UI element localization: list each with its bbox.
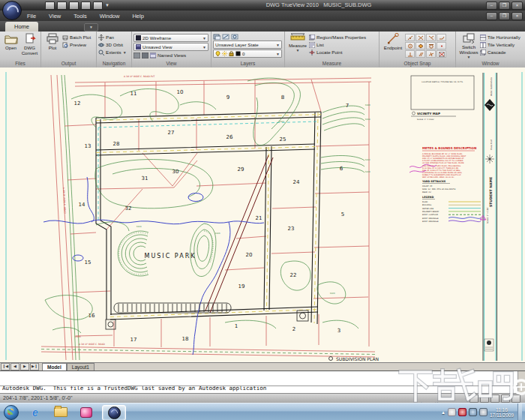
tray-expand-icon[interactable]: ▲ [441,410,446,415]
tab-next-icon[interactable]: ▶ [20,363,29,370]
tile-horizontally-button[interactable]: Tile Horizontally [480,34,520,40]
doc-close-button[interactable]: × [512,12,523,20]
qat-customize-caret-icon[interactable]: ▼ [105,3,110,8]
batch-plot-button[interactable]: Batch Plot [62,34,91,40]
osnap-center-icon[interactable] [405,42,415,50]
switch-windows-button[interactable]: Switch Windows ▼ [458,32,480,59]
layer-state-dropdown[interactable]: Unsaved Layer State ▼ [213,40,282,49]
endpoint-button[interactable]: Endpoint [381,32,405,50]
legend-label: WATER LINE [422,208,434,210]
drawing-canvas[interactable]: .blk{stroke:#1c1c1c;fill:none;stroke-wid… [0,68,525,362]
pan-button[interactable]: Pan [98,34,127,40]
qat-preview-icon[interactable] [81,2,91,10]
menu-help[interactable]: Help [132,13,143,20]
lot-number: 26 [226,134,233,140]
workspace-icon[interactable] [490,394,500,403]
osnap-clear-icon[interactable] [436,50,446,58]
ribbon-minimize-button[interactable]: ▼ [84,23,98,32]
osnap-apparent-intersection-icon[interactable] [426,34,436,41]
osnap-extension-icon[interactable] [436,34,446,41]
start-button[interactable] [4,405,19,420]
open-button[interactable]: Open [2,32,20,50]
taskbar-snip-button[interactable] [76,405,96,419]
layer-lock-icon[interactable] [231,34,238,40]
tray-volume-icon[interactable] [479,408,488,416]
preview-button[interactable]: Preview [62,41,91,48]
osnap-parallel-icon[interactable] [416,50,425,58]
osnap-intersection-icon[interactable] [416,34,425,41]
batch-plot-icon [62,34,68,40]
doc-minimize-button[interactable]: – [486,12,497,20]
cascade-button[interactable]: Cascade [480,49,520,56]
tile-vertically-button[interactable]: Tile Vertically [480,41,520,48]
osnap-tangent-icon[interactable] [426,42,436,50]
restore-button[interactable]: ❐ [499,2,510,10]
view-prev-icon[interactable] [134,52,140,58]
tray-network-icon[interactable] [469,408,477,416]
tab-prev-icon[interactable]: ◀ [10,363,20,370]
command-line-panel[interactable]: Autodesk DWG. This file is a TrustedDWG … [0,370,525,393]
tray-app-icon[interactable] [448,408,456,416]
annotation-scale-icon[interactable] [470,394,478,403]
named-views-button[interactable]: Named Views [150,52,186,58]
lot-number: 6 [340,166,344,172]
tab-home[interactable]: Home [5,22,38,32]
tab-last-icon[interactable]: ▶❙ [30,363,39,370]
menu-file[interactable]: File [27,13,36,20]
tab-layout1[interactable]: Layout1 [67,363,94,371]
close-button[interactable]: × [512,2,523,10]
lot-number: 20 [246,252,253,258]
application-menu-button[interactable] [2,1,22,20]
minimize-button[interactable]: – [486,2,497,10]
osnap-midpoint-icon[interactable] [405,34,415,41]
view-next-icon[interactable] [142,52,148,58]
tab-first-icon[interactable]: ❙◀ [1,363,10,370]
menu-tools[interactable]: Tools [74,13,87,20]
qat-plot-icon[interactable] [69,2,79,10]
osnap-perpendicular-icon[interactable] [405,50,415,58]
locate-point-icon [309,50,315,56]
extents-caret-icon[interactable]: ▼ [123,50,127,55]
annotation-visibility-icon[interactable] [480,394,489,403]
doc-restore-button[interactable]: ❐ [499,12,510,20]
plot-button[interactable]: Plot [43,32,62,50]
legend-label: EXIST. CONTOUR [422,214,438,216]
command-scrollbar[interactable] [518,371,525,393]
layer-state-caret-icon: ▼ [276,43,280,47]
show-desktop-button[interactable] [518,404,522,420]
layer-properties-icon[interactable] [213,34,220,40]
ribbon-group-view: 2D Wireframe ▼ Unsaved View ▼ Named View… [132,32,212,68]
toolbar-lock-icon[interactable] [501,394,510,403]
tab-model[interactable]: Model [42,363,67,371]
lock-icon[interactable] [229,51,234,56]
measure-button[interactable]: Measure ▼ [286,32,309,52]
setback-line: REAR: 20' [422,191,432,194]
region-mass-properties-button[interactable]: Region/Mass Properties [309,34,366,40]
visual-style-dropdown[interactable]: 2D Wireframe ▼ [134,34,208,42]
taskbar-ie-button[interactable]: e [26,405,45,419]
layer-color-swatch[interactable] [236,51,241,56]
tray-alert-icon[interactable] [458,408,466,416]
fullscreen-icon[interactable] [512,394,520,403]
layer-freeze-icon[interactable] [222,34,230,40]
sun-icon[interactable] [222,51,227,56]
view-state-dropdown[interactable]: Unsaved View ▼ [134,43,208,51]
tray-clock[interactable]: 11:16 17/11/2009 [490,407,514,418]
menu-view[interactable]: View [49,13,61,20]
dwg-convert-button[interactable]: DWG Convert [20,32,39,56]
qat-open-icon[interactable] [45,2,55,10]
taskbar-trueview-button[interactable] [102,405,126,420]
qat-undo-icon[interactable] [57,2,67,10]
extents-button[interactable]: Extents ▼ [98,49,127,56]
taskbar-explorer-button[interactable] [51,405,70,419]
layer-dropdown[interactable]: 0 ▼ [213,50,282,58]
list-button[interactable]: List [309,41,366,48]
osnap-nearest-icon[interactable] [426,50,436,58]
orbit-button[interactable]: 3D Orbit [98,41,127,48]
osnap-node-icon[interactable] [436,42,446,50]
locate-point-button[interactable]: Locate Point [309,49,366,56]
bulb-icon[interactable] [215,51,220,56]
menu-window[interactable]: Window [100,13,120,20]
osnap-quadrant-icon[interactable] [416,42,425,50]
qat-publish-icon[interactable] [93,2,103,10]
